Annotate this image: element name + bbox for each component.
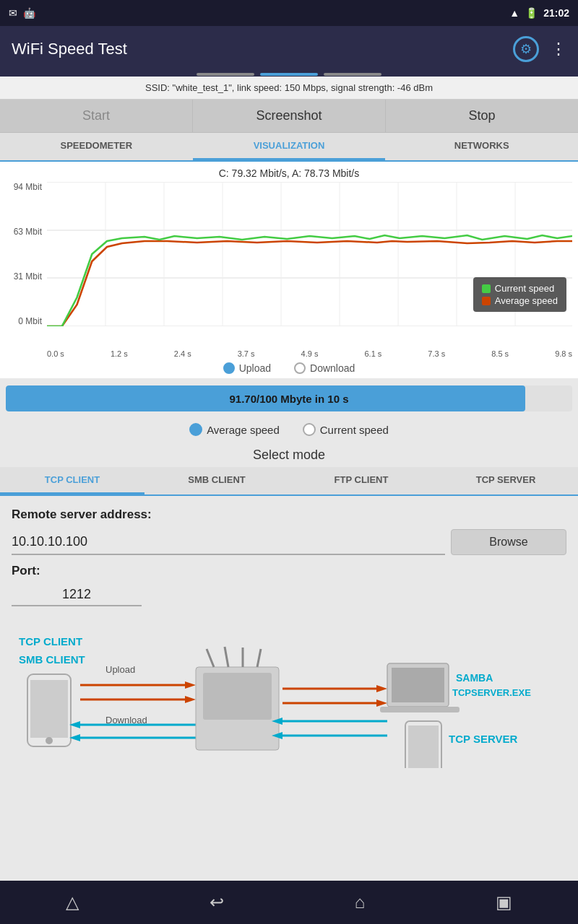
svg-point-14	[46, 737, 53, 744]
svg-text:SAMBA: SAMBA	[456, 672, 493, 684]
nav-menu-icon[interactable]: △	[66, 892, 79, 912]
server-address-input[interactable]	[12, 529, 445, 555]
tab-tcp-client[interactable]: TCP CLIENT	[0, 467, 144, 494]
chart-container: 94 Mbit 63 Mbit 31 Mbit 0 Mbit	[0, 182, 578, 348]
upload-text: Upload	[239, 362, 271, 374]
average-speed-radio-label[interactable]: Average speed	[189, 423, 280, 436]
status-bar: ✉ 🤖 ▲ 🔋 21:02	[0, 0, 578, 26]
mode-tabs: TCP CLIENT SMB CLIENT FTP CLIENT TCP SER…	[0, 467, 578, 496]
chart-x-labels: 0.0 s 1.2 s 2.4 s 3.7 s 4.9 s 6.1 s 7.3 …	[0, 348, 578, 358]
upload-download-radio: Upload Download	[0, 358, 578, 378]
clock: 21:02	[543, 7, 569, 19]
svg-marker-19	[185, 696, 196, 703]
svg-line-26	[207, 649, 214, 667]
browse-button[interactable]: Browse	[451, 529, 566, 555]
x-label-6: 7.3 s	[428, 349, 445, 358]
tab-tcp-server[interactable]: TCP SERVER	[434, 467, 578, 494]
action-buttons: Start Screenshot Stop	[0, 100, 578, 133]
current-speed-radio[interactable]	[303, 423, 316, 436]
diagram-area: TCP CLIENT SMB CLIENT Upload Download	[0, 618, 578, 791]
port-label: Port:	[12, 564, 566, 578]
scroll-tab-3	[324, 73, 381, 76]
chart-y-labels: 94 Mbit 63 Mbit 31 Mbit 0 Mbit	[3, 182, 45, 326]
tab-visualization[interactable]: VISUALIZATION	[193, 133, 386, 160]
svg-line-27	[225, 647, 228, 667]
battery-icon: 🔋	[525, 7, 538, 19]
svg-line-29	[257, 649, 261, 667]
x-label-1: 1.2 s	[111, 349, 128, 358]
message-icon: ✉	[9, 7, 17, 19]
x-label-7: 8.5 s	[491, 349, 509, 358]
gear-icon: ⚙	[513, 36, 539, 62]
svg-text:Upload: Upload	[105, 664, 135, 675]
nav-back-icon[interactable]: ↩	[210, 892, 224, 912]
status-right: ▲ 🔋 21:02	[509, 7, 569, 19]
tcp-client-diagram-label: TCP CLIENT	[19, 635, 82, 648]
upload-radio-label[interactable]: Upload	[223, 362, 271, 374]
svg-text:TCP SERVER: TCP SERVER	[449, 733, 517, 745]
tab-speedometer[interactable]: SPEEDOMETER	[0, 133, 193, 160]
tab-networks[interactable]: NETWORKS	[385, 133, 578, 160]
current-speed-dot	[482, 284, 491, 293]
svg-marker-17	[185, 681, 196, 689]
upload-radio[interactable]	[223, 362, 235, 374]
x-label-8: 9.8 s	[555, 349, 572, 358]
port-input[interactable]	[12, 584, 142, 606]
select-mode-label: Select mode	[0, 440, 578, 467]
ssid-info: SSID: "white_test_1", link speed: 150 Mb…	[0, 77, 578, 100]
svg-marker-34	[376, 699, 387, 707]
download-radio[interactable]	[294, 362, 306, 374]
overflow-menu-icon[interactable]: ⋮	[551, 40, 566, 58]
smb-client-diagram-label: SMB CLIENT	[19, 653, 85, 666]
android-icon: 🤖	[23, 7, 35, 19]
progress-bar-text: 91.70/100 Mbyte in 10 s	[229, 393, 348, 405]
scroll-tab-1	[197, 73, 254, 76]
y-label-94: 94 Mbit	[3, 182, 42, 192]
legend-average: Average speed	[482, 295, 558, 306]
ssid-text: SSID: "white_test_1", link speed: 150 Mb…	[145, 82, 433, 93]
svg-text:TCPSERVER.EXE: TCPSERVER.EXE	[452, 687, 531, 698]
tab-smb-client[interactable]: SMB CLIENT	[144, 467, 289, 494]
app-bar: WiFi Speed Test ⚙ ⋮	[0, 26, 578, 72]
average-speed-radio[interactable]	[189, 423, 202, 436]
y-label-63: 63 Mbit	[3, 227, 42, 237]
stop-button[interactable]: Stop	[386, 100, 578, 132]
wifi-icon: ▲	[509, 7, 519, 19]
svg-rect-13	[30, 680, 68, 738]
select-mode-text: Select mode	[253, 448, 325, 462]
x-label-5: 6.1 s	[364, 349, 381, 358]
progress-bar-wrap: 91.70/100 Mbyte in 10 s	[6, 385, 572, 411]
app-title: WiFi Speed Test	[12, 40, 127, 58]
visualization-tabs: SPEEDOMETER VISUALIZATION NETWORKS	[0, 133, 578, 162]
download-text: Download	[310, 362, 355, 374]
average-speed-dot	[482, 297, 491, 305]
scroll-tab-2	[260, 73, 318, 76]
y-label-31: 31 Mbit	[3, 271, 42, 282]
x-label-4: 4.9 s	[301, 349, 319, 358]
svg-rect-40	[392, 668, 444, 702]
chart-title: C: 79.32 Mbit/s, A: 78.73 Mbit/s	[0, 167, 578, 179]
x-label-2: 2.4 s	[174, 349, 191, 358]
nav-recents-icon[interactable]: ▣	[496, 892, 512, 912]
screenshot-button[interactable]: Screenshot	[193, 100, 386, 132]
port-input-wrap	[12, 584, 566, 606]
x-label-3: 3.7 s	[238, 349, 255, 358]
current-speed-label: Current speed	[495, 283, 554, 294]
nav-home-icon[interactable]: ⌂	[355, 892, 366, 912]
chart-area: C: 79.32 Mbit/s, A: 78.73 Mbit/s 94 Mbit…	[0, 162, 578, 378]
remote-server-label: Remote server address:	[12, 507, 566, 522]
svg-marker-32	[376, 685, 387, 692]
svg-rect-45	[408, 725, 439, 768]
y-label-0: 0 Mbit	[3, 316, 42, 326]
content-section: Remote server address: Browse Port:	[0, 496, 578, 618]
download-radio-label[interactable]: Download	[294, 362, 355, 374]
app-bar-icons: ⚙ ⋮	[513, 36, 566, 62]
current-speed-radio-label[interactable]: Current speed	[303, 423, 389, 436]
start-button[interactable]: Start	[0, 100, 193, 132]
tab-ftp-client[interactable]: FTP CLIENT	[289, 467, 434, 494]
current-speed-text: Current speed	[320, 424, 389, 436]
speed-radio: Average speed Current speed	[0, 419, 578, 440]
average-speed-label: Average speed	[495, 295, 558, 306]
progress-section: 91.70/100 Mbyte in 10 s	[0, 378, 578, 419]
x-label-0: 0.0 s	[47, 349, 64, 358]
